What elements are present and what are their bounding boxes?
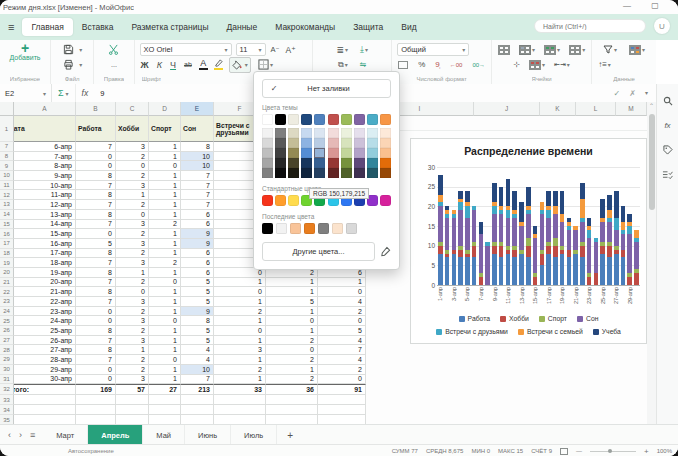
add-sheet-button[interactable]: + — [277, 425, 303, 445]
empty-cell[interactable] — [149, 415, 181, 424]
value-cell[interactable]: 2 — [116, 200, 149, 210]
value-cell[interactable]: 1 — [149, 297, 181, 307]
row-header-35[interactable]: 35 — [0, 415, 14, 424]
value-cell[interactable]: 1 — [116, 190, 149, 200]
date-cell[interactable]: 24-апр — [14, 316, 76, 326]
delete-row-button[interactable]: ▾ — [528, 60, 546, 70]
insert-row-button[interactable]: ▾ — [543, 45, 561, 55]
value-cell[interactable]: 4 — [181, 345, 214, 355]
value-cell[interactable]: 7 — [181, 171, 214, 181]
hamburger-icon[interactable]: ≡ — [8, 21, 14, 33]
bar-13-апр[interactable] — [519, 202, 524, 285]
value-cell[interactable]: 0 — [266, 316, 318, 326]
value-cell[interactable]: 1 — [266, 365, 318, 375]
wrap-text-button[interactable]: ⇋ — [359, 60, 368, 69]
bar-2-апр[interactable] — [445, 206, 450, 285]
date-cell[interactable]: 22-апр — [14, 297, 76, 307]
total-value-cell[interactable]: 213 — [181, 384, 214, 395]
tint-swatch[interactable] — [275, 168, 286, 178]
currency-format-button[interactable] — [397, 61, 409, 69]
tint-swatch[interactable] — [275, 158, 286, 168]
row-header-31[interactable]: 31 — [0, 375, 14, 385]
name-box[interactable]: E2▾ — [0, 84, 52, 102]
bar-17-апр[interactable] — [546, 191, 551, 285]
sheet-tab-Март[interactable]: Март — [43, 425, 88, 445]
bar-12-апр[interactable] — [512, 191, 517, 285]
value-cell[interactable]: 5 — [181, 336, 214, 346]
value-cell[interactable]: 1 — [214, 316, 266, 326]
tint-swatch[interactable] — [354, 168, 365, 178]
legend-item[interactable]: Встречи с семьей — [518, 328, 583, 335]
value-cell[interactable]: 0 — [318, 375, 366, 385]
tint-swatch[interactable] — [275, 148, 286, 158]
bar-30-апр[interactable] — [634, 230, 639, 285]
recent-color-swatch[interactable] — [318, 223, 329, 234]
row-header-22[interactable]: 22 — [0, 287, 14, 297]
value-cell[interactable]: 1 — [214, 375, 266, 385]
row-header-26[interactable]: 26 — [0, 326, 14, 336]
bar-19-апр[interactable] — [560, 191, 565, 285]
value-cell[interactable]: 0 — [149, 355, 181, 365]
confirm-button[interactable]: ✓ — [614, 89, 621, 98]
standard-color-swatch[interactable] — [288, 195, 299, 206]
row-header-21[interactable]: 21 — [0, 278, 14, 288]
right-sheet-pane[interactable]: IJKLM Распределение времени 051015202530… — [366, 102, 647, 424]
tint-swatch[interactable] — [314, 148, 325, 158]
value-cell[interactable]: 7 — [181, 190, 214, 200]
functions-panel-icon[interactable]: fx — [664, 121, 670, 130]
value-cell[interactable]: 3 — [116, 181, 149, 191]
strikethrough-button[interactable]: ab — [183, 61, 193, 68]
tint-swatch[interactable] — [314, 138, 325, 148]
chart-object[interactable]: Распределение времени 051015202530 1-апр… — [410, 138, 647, 344]
value-cell[interactable]: 7 — [318, 345, 366, 355]
value-cell[interactable]: 3 — [116, 375, 149, 385]
empty-cell[interactable] — [76, 415, 116, 424]
theme-color-swatch[interactable] — [354, 114, 365, 125]
tint-swatch[interactable] — [328, 158, 339, 168]
value-cell[interactable]: 7 — [181, 200, 214, 210]
insert-cells-button[interactable]: ▾ — [518, 45, 536, 55]
row-header-11[interactable]: 11 — [0, 181, 14, 191]
insert-function-button[interactable]: fx — [76, 84, 95, 102]
check-cells-icon[interactable] — [662, 170, 673, 180]
row-header-7[interactable]: 7 — [0, 142, 14, 152]
value-cell[interactable]: 0 — [149, 316, 181, 326]
recent-color-swatch[interactable] — [304, 223, 315, 234]
date-cell[interactable]: 17-апр — [14, 249, 76, 259]
more-edit-button[interactable]: ... — [110, 61, 118, 68]
value-cell[interactable]: 1 — [149, 345, 181, 355]
recent-color-swatch[interactable] — [262, 223, 273, 234]
column-header-D[interactable]: D — [149, 102, 181, 116]
value-cell[interactable]: 0 — [76, 316, 116, 326]
cell-size-button[interactable]: ⇤⇥▾ — [553, 61, 571, 69]
value-cell[interactable]: 7 — [76, 200, 116, 210]
bar-1-апр[interactable] — [438, 175, 443, 285]
theme-color-swatch[interactable] — [314, 114, 325, 125]
merge-cells-button[interactable]: ⊹ — [512, 60, 521, 69]
column-header-M[interactable]: M — [616, 102, 647, 116]
stat-item[interactable]: МАКС 15 — [498, 448, 523, 454]
value-cell[interactable]: 10 — [181, 152, 214, 162]
row-header-17[interactable]: 17 — [0, 239, 14, 249]
bar-26-апр[interactable] — [607, 195, 612, 285]
tint-swatch[interactable] — [288, 138, 299, 148]
value-cell[interactable]: 2 — [116, 249, 149, 259]
tint-swatch[interactable] — [341, 128, 352, 138]
value-cell[interactable]: 6 — [181, 258, 214, 268]
rotate-text-button[interactable]: ⧉▾ — [337, 60, 349, 70]
tint-swatch[interactable] — [288, 148, 299, 158]
tint-swatch[interactable] — [314, 168, 325, 178]
tint-swatch[interactable] — [301, 138, 312, 148]
value-cell[interactable]: 0 — [149, 278, 181, 288]
value-cell[interactable]: 8 — [181, 316, 214, 326]
value-cell[interactable]: 2 — [116, 171, 149, 181]
value-cell[interactable]: 7 — [76, 278, 116, 288]
empty-cell[interactable] — [14, 405, 76, 415]
value-cell[interactable]: 0 — [76, 152, 116, 162]
bar-21-апр[interactable] — [573, 226, 578, 285]
row-header-29[interactable]: 29 — [0, 355, 14, 365]
empty-cell[interactable] — [318, 395, 366, 405]
empty-cell[interactable] — [214, 395, 266, 405]
tint-swatch[interactable] — [367, 138, 378, 148]
sheet-tab-Июль[interactable]: Июль — [231, 425, 277, 445]
